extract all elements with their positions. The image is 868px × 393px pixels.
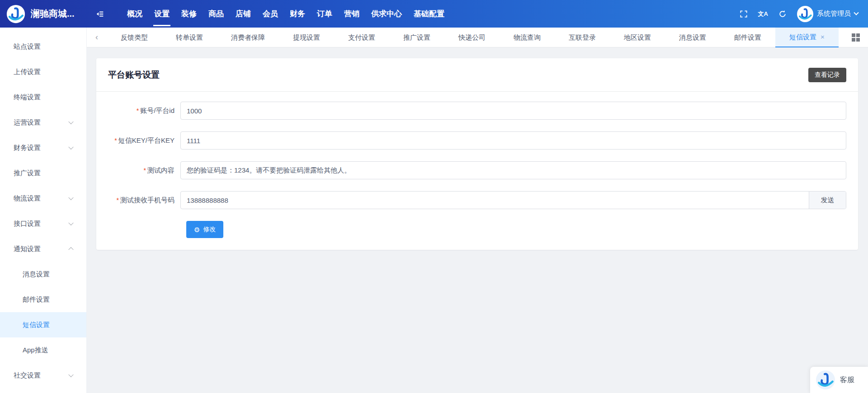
- sidebar-item-site-settings[interactable]: 站点设置: [0, 34, 86, 59]
- tab-promotion-settings[interactable]: 推广设置: [389, 28, 444, 47]
- top-navigation-bar: 澜驰商城... 概况 设置 装修 商品 店铺 会员 财务 订单 营销 供求中心 …: [0, 0, 868, 28]
- nav-item-basic-config[interactable]: 基础配置: [408, 0, 450, 28]
- required-asterisk: *: [144, 167, 146, 174]
- nav-item-supply-demand[interactable]: 供求中心: [365, 0, 408, 28]
- user-menu[interactable]: 系统管理员: [797, 6, 858, 22]
- chevron-up-icon: [68, 247, 73, 252]
- sidebar-item-message-settings[interactable]: 消息设置: [0, 262, 86, 287]
- card-header: 平台账号设置 查看记录: [96, 58, 858, 92]
- field-label: *短信KEY/平台KEY: [96, 136, 180, 145]
- customer-service-widget[interactable]: 客服: [810, 367, 868, 393]
- sidebar-item-label: 运营设置: [14, 118, 41, 126]
- topbar-right-tools: 文A 系统管理员: [739, 6, 868, 22]
- top-nav-menu: 概况 设置 装修 商品 店铺 会员 财务 订单 营销 供求中心 基础配置: [121, 0, 450, 28]
- nav-item-goods[interactable]: 商品: [203, 0, 230, 28]
- sidebar-item-operation-settings[interactable]: 运营设置: [0, 110, 86, 135]
- nav-item-decorate[interactable]: 装修: [175, 0, 203, 28]
- sms-key-input[interactable]: [181, 132, 846, 149]
- close-icon[interactable]: ×: [821, 28, 825, 47]
- tab-connected-login[interactable]: 互联登录: [555, 28, 610, 47]
- required-asterisk: *: [114, 137, 117, 144]
- nav-item-finance[interactable]: 财务: [284, 0, 311, 28]
- test-content-input-wrap: [180, 161, 846, 179]
- account-id-input-wrap: [180, 102, 846, 120]
- brand-title: 澜驰商城...: [31, 8, 75, 20]
- sidebar-item-interface-settings[interactable]: 接口设置: [0, 211, 86, 236]
- sidebar-item-sms-settings[interactable]: 短信设置: [0, 312, 86, 337]
- chevron-down-icon: [68, 145, 73, 150]
- card-title: 平台账号设置: [108, 69, 160, 81]
- customer-service-logo-icon: [816, 370, 835, 390]
- field-label-text: 账号/平台id: [140, 107, 175, 114]
- tab-message-settings[interactable]: 消息设置: [665, 28, 720, 47]
- chevron-down-icon: [68, 195, 73, 200]
- tab-withdrawal-settings[interactable]: 提现设置: [279, 28, 334, 47]
- sidebar-item-label: 社交设置: [14, 371, 41, 379]
- modify-button[interactable]: ⚙ 修改: [186, 221, 223, 238]
- nav-item-overview[interactable]: 概况: [121, 0, 148, 28]
- test-phone-input[interactable]: [181, 192, 809, 209]
- tabs-scroll-left-icon[interactable]: ‹: [87, 33, 107, 42]
- form-row-test-content: *测试内容: [96, 161, 846, 179]
- tab-logistics-query[interactable]: 物流查询: [500, 28, 555, 47]
- view-records-button[interactable]: 查看记录: [808, 68, 846, 82]
- form-row-test-phone: *测试接收手机号码 发送: [96, 191, 846, 209]
- menu-fold-icon[interactable]: [95, 9, 105, 19]
- sidebar-item-terminal-settings[interactable]: 终端设置: [0, 84, 86, 110]
- tabs-menu-grid-icon[interactable]: [852, 33, 860, 42]
- chevron-down-icon: [68, 372, 73, 377]
- modify-button-label: 修改: [203, 225, 216, 234]
- opened-tabs-bar: ‹ 反馈类型 转单设置 消费者保障 提现设置 支付设置 推广设置 快递公司 物流…: [87, 28, 868, 47]
- chevron-down-icon: [68, 220, 73, 225]
- tab-label: 短信设置: [789, 28, 816, 47]
- test-content-input[interactable]: [181, 162, 846, 179]
- account-id-input[interactable]: [181, 102, 846, 119]
- refresh-icon[interactable]: [778, 9, 787, 19]
- sidebar-item-mail-settings[interactable]: 邮件设置: [0, 287, 86, 312]
- field-label: *测试接收手机号码: [96, 196, 180, 205]
- sms-key-input-wrap: [180, 131, 846, 150]
- chevron-down-icon: [854, 10, 859, 15]
- brand[interactable]: 澜驰商城...: [0, 5, 85, 23]
- field-label-text: 测试内容: [147, 166, 175, 174]
- sidebar-item-logistics-settings[interactable]: 物流设置: [0, 186, 86, 211]
- sidebar-item-label: 通知设置: [14, 245, 41, 253]
- nav-item-shop[interactable]: 店铺: [230, 0, 257, 28]
- sidebar-item-app-push[interactable]: App推送: [0, 337, 86, 363]
- sidebar-item-promotion-settings[interactable]: 推广设置: [0, 160, 86, 186]
- tab-region-settings[interactable]: 地区设置: [610, 28, 665, 47]
- tab-consumer-protection[interactable]: 消费者保障: [217, 28, 279, 47]
- tab-feedback-type[interactable]: 反馈类型: [107, 28, 162, 47]
- tab-payment-settings[interactable]: 支付设置: [334, 28, 389, 47]
- nav-item-orders[interactable]: 订单: [311, 0, 338, 28]
- sidebar-item-notification-settings[interactable]: 通知设置: [0, 236, 86, 262]
- field-label: *测试内容: [96, 166, 180, 175]
- language-translate-icon[interactable]: 文A: [758, 10, 768, 18]
- form-row-account-id: *账号/平台id: [96, 102, 846, 120]
- tab-express-company[interactable]: 快递公司: [444, 28, 500, 47]
- nav-item-members[interactable]: 会员: [257, 0, 284, 28]
- form-row-sms-key: *短信KEY/平台KEY: [96, 131, 846, 150]
- tab-transfer-order[interactable]: 转单设置: [162, 28, 217, 47]
- tab-sms-settings[interactable]: 短信设置 ×: [775, 28, 839, 47]
- tab-mail-settings[interactable]: 邮件设置: [720, 28, 775, 47]
- nav-item-settings[interactable]: 设置: [148, 0, 175, 28]
- content-area: 平台账号设置 查看记录 *账号/平台id *短信KEY/平: [87, 47, 868, 393]
- field-label-text: 测试接收手机号码: [120, 196, 175, 204]
- sidebar-item-label: 财务设置: [14, 144, 41, 151]
- send-sms-button[interactable]: 发送: [809, 192, 846, 209]
- sidebar-item-social-settings[interactable]: 社交设置: [0, 363, 86, 388]
- chevron-down-icon: [68, 119, 73, 124]
- sidebar-item-label: 物流设置: [14, 194, 41, 202]
- sidebar-item-finance-settings[interactable]: 财务设置: [0, 135, 86, 160]
- nav-item-marketing[interactable]: 营销: [338, 0, 365, 28]
- username-label: 系统管理员: [817, 9, 851, 18]
- fullscreen-icon[interactable]: [739, 9, 748, 19]
- platform-account-card: 平台账号设置 查看记录 *账号/平台id *短信KEY/平: [96, 58, 858, 250]
- sms-account-form: *账号/平台id *短信KEY/平台KEY: [96, 92, 858, 250]
- sidebar-item-upload-settings[interactable]: 上传设置: [0, 59, 86, 84]
- field-label: *账号/平台id: [96, 107, 180, 115]
- avatar: [797, 6, 813, 22]
- gear-icon: ⚙: [194, 226, 200, 233]
- sidebar-item-label: 接口设置: [14, 220, 41, 227]
